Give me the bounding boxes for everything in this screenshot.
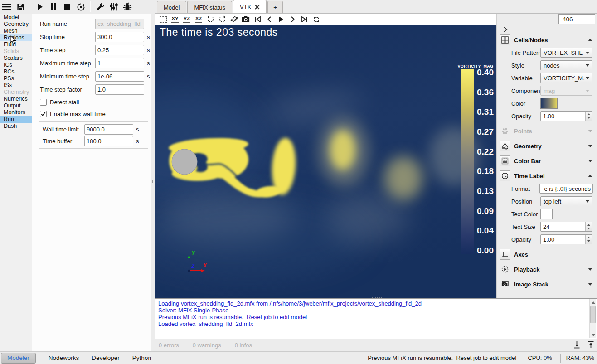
reset-icon[interactable] — [74, 0, 87, 13]
last-frame-icon[interactable] — [299, 15, 310, 24]
collapse-arrow-icon[interactable] — [588, 39, 592, 41]
view-xz-button[interactable]: XZ — [193, 15, 204, 24]
view-yz-button[interactable]: YZ — [181, 15, 192, 24]
sidebar-item-output[interactable]: Output — [0, 102, 32, 109]
vtk-render-view[interactable]: The time is 203 seconds VORTICITY_MAG 0.… — [155, 25, 496, 298]
section-geometry[interactable]: Geometry — [497, 140, 597, 152]
horizontal-splitter-handle[interactable] — [372, 297, 383, 299]
file-pattern-dropdown[interactable]: VORTEX_SHE — [540, 48, 592, 58]
clock-icon[interactable] — [500, 170, 510, 181]
section-color-bar[interactable]: Color Bar — [497, 155, 597, 167]
stop-time-input[interactable]: 300.0 — [95, 32, 144, 42]
section-image-stack[interactable]: Image Stack — [497, 278, 597, 291]
collapse-arrow-icon[interactable] — [588, 283, 592, 286]
frame-number-input[interactable]: 406 — [558, 14, 595, 24]
perspective-icon[interactable] — [228, 15, 239, 24]
sidebar-item-mesh[interactable]: Mesh — [0, 28, 32, 34]
sidebar-item-scalars[interactable]: Scalars — [0, 55, 32, 62]
sidebar-item-geometry[interactable]: Geometry — [0, 21, 32, 28]
grid-icon[interactable] — [500, 34, 510, 45]
style-dropdown[interactable]: nodes — [540, 60, 592, 70]
time-format-input[interactable]: e is {:.0f} seconds — [539, 184, 593, 194]
collapse-arrow-icon[interactable] — [588, 268, 592, 271]
scroll-to-bottom-icon[interactable] — [573, 341, 580, 349]
sidebar-item-dash[interactable]: Dash — [0, 123, 32, 130]
tab-add[interactable]: + — [267, 1, 283, 13]
section-cells-nodes[interactable]: Cells/Nodes — [497, 34, 597, 46]
tab-close-icon[interactable] — [255, 5, 260, 10]
collapse-arrow-icon[interactable] — [588, 160, 592, 162]
min-time-step-input[interactable]: 1e-06 — [95, 71, 144, 82]
enable-max-wall-time-checkbox[interactable] — [40, 111, 47, 117]
section-playback[interactable]: Playback — [497, 263, 597, 276]
sidebar-item-regions[interactable]: Regions — [0, 34, 32, 41]
time-step-input[interactable]: 0.25 — [95, 45, 144, 55]
colormap-swatch[interactable] — [540, 98, 558, 109]
playback-icon[interactable] — [500, 264, 510, 275]
mode-button-modeler[interactable]: Modeler — [1, 353, 36, 364]
stop-icon[interactable] — [60, 0, 74, 13]
variable-dropdown[interactable]: VORTICITY_M. — [540, 73, 592, 83]
wall-time-limit-input[interactable]: 9000.0 — [84, 124, 133, 135]
spinner-arrows-icon[interactable] — [585, 235, 592, 244]
cells-opacity-spinbox[interactable]: 1.00 — [540, 111, 592, 121]
mode-button-nodeworks[interactable]: Nodeworks — [49, 354, 79, 361]
scroll-to-top-icon[interactable] — [587, 341, 594, 349]
pause-icon[interactable] — [47, 0, 60, 13]
scroll-down-icon[interactable] — [590, 332, 597, 338]
color-bar-icon[interactable] — [500, 155, 510, 166]
time-step-factor-input[interactable]: 1.0 — [95, 84, 144, 95]
image-stack-camera-icon[interactable] — [500, 279, 510, 290]
parameters-sliders-icon[interactable] — [107, 0, 121, 13]
detect-stall-checkbox[interactable] — [40, 99, 47, 106]
mode-button-python[interactable]: Python — [132, 354, 151, 361]
sidebar-item-run[interactable]: Run — [0, 116, 32, 123]
sidebar-item-ics[interactable]: ICs — [0, 62, 32, 68]
sidebar-item-fluid[interactable]: Fluid — [0, 41, 32, 48]
sidebar-item-monitors[interactable]: Monitors — [0, 109, 32, 116]
collapse-panel-chevron-icon[interactable] — [502, 26, 510, 34]
tab-vtk[interactable]: VTK — [233, 0, 267, 13]
max-time-step-input[interactable]: 1 — [95, 58, 144, 68]
text-size-spinbox[interactable]: 24 — [540, 222, 592, 232]
section-time-label[interactable]: Time Label — [497, 170, 597, 182]
collapse-arrow-icon[interactable] — [588, 175, 592, 177]
mode-button-developer[interactable]: Developer — [92, 354, 120, 361]
time-position-dropdown[interactable]: top left — [540, 196, 592, 206]
vertical-splitter[interactable] — [151, 14, 155, 351]
splitter-handle-icon[interactable] — [152, 180, 154, 184]
section-axes[interactable]: Axes — [497, 248, 597, 261]
spinner-arrows-icon[interactable] — [585, 222, 592, 231]
previous-frame-icon[interactable] — [264, 15, 275, 24]
settings-wrench-icon[interactable] — [93, 0, 107, 13]
rotate-left-icon[interactable] — [205, 15, 216, 24]
menu-icon[interactable] — [0, 0, 14, 13]
reset-view-icon[interactable] — [158, 15, 169, 24]
console-scrollbar[interactable] — [589, 299, 596, 338]
collapse-arrow-icon[interactable] — [588, 145, 592, 147]
screenshot-camera-icon[interactable] — [240, 15, 251, 24]
sidebar-item-model[interactable]: Model — [0, 14, 32, 21]
scrollbar-thumb[interactable] — [590, 306, 596, 323]
sidebar-item-iss[interactable]: ISs — [0, 82, 32, 89]
sidebar-item-bcs[interactable]: BCs — [0, 68, 32, 75]
scroll-up-icon[interactable] — [590, 299, 597, 306]
view-xy-button[interactable]: XY — [170, 15, 180, 24]
spinner-arrows-icon[interactable] — [585, 112, 592, 121]
loop-refresh-icon[interactable] — [311, 15, 322, 24]
time-buffer-input[interactable]: 180.0 — [84, 136, 133, 146]
tab-mfix-status[interactable]: MFiX status — [187, 1, 232, 13]
rotate-right-icon[interactable] — [217, 15, 228, 24]
play-frames-icon[interactable] — [276, 15, 286, 24]
axes-icon[interactable] — [500, 249, 510, 260]
next-frame-icon[interactable] — [287, 15, 298, 24]
first-frame-icon[interactable] — [252, 15, 263, 24]
sidebar-item-pss[interactable]: PSs — [0, 75, 32, 82]
sidebar-item-numerics[interactable]: Numerics — [0, 96, 32, 102]
tab-model[interactable]: Model — [157, 1, 186, 13]
save-icon[interactable] — [14, 0, 27, 13]
geometry-icon[interactable] — [500, 141, 510, 151]
text-color-swatch[interactable] — [540, 209, 553, 219]
time-opacity-spinbox[interactable]: 1.00 — [540, 234, 592, 244]
debug-bug-icon[interactable] — [121, 0, 134, 13]
